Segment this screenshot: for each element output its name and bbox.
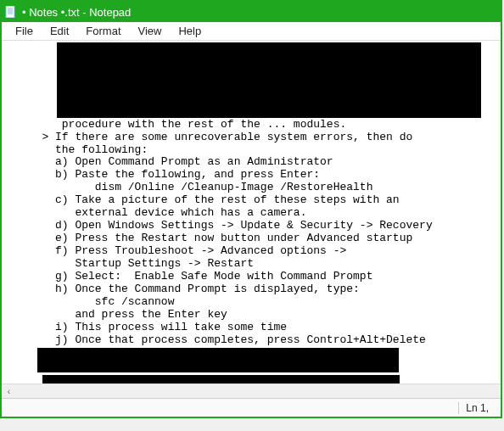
redaction-block xyxy=(37,348,399,372)
statusbar: Ln 1, xyxy=(2,398,501,417)
redaction-block xyxy=(42,375,400,383)
notepad-icon xyxy=(5,6,17,18)
window-title: • Notes •.txt - Notepad xyxy=(22,6,131,19)
menubar: File Edit Format View Help xyxy=(2,22,501,41)
menu-file[interactable]: File xyxy=(7,23,42,39)
cursor-position: Ln 1, xyxy=(458,402,496,414)
menu-help[interactable]: Help xyxy=(170,23,210,39)
menu-edit[interactable]: Edit xyxy=(42,23,77,39)
menu-format[interactable]: Format xyxy=(77,23,129,39)
horizontal-scrollbar[interactable]: ‹ xyxy=(2,383,501,398)
menu-view[interactable]: View xyxy=(130,23,171,39)
notepad-window: • Notes •.txt - Notepad File Edit Format… xyxy=(0,0,502,418)
scroll-track[interactable] xyxy=(16,384,501,399)
content-area: e st o t R f t procedure with the rest o… xyxy=(2,41,501,383)
scroll-left-arrow-icon[interactable]: ‹ xyxy=(2,384,16,399)
titlebar[interactable]: • Notes •.txt - Notepad xyxy=(2,2,501,22)
redaction-block xyxy=(57,42,481,118)
